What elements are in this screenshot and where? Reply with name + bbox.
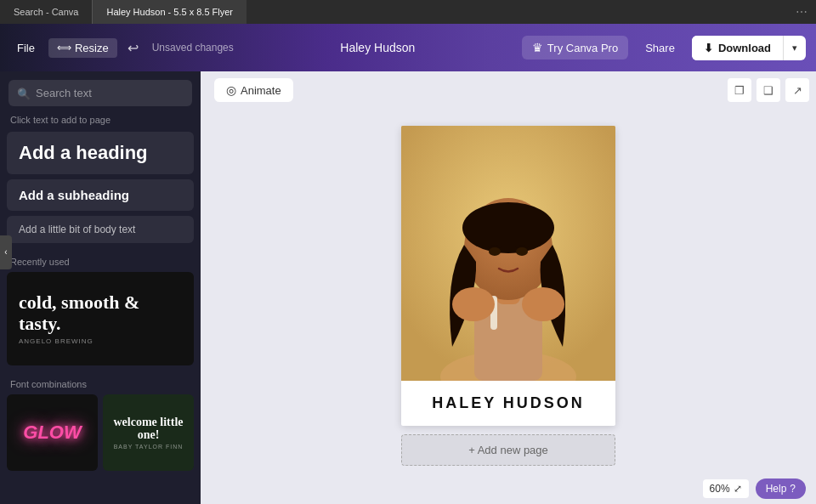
app-header: File ⟺ Resize ↩ Unsaved changes Haley Hu… bbox=[0, 24, 816, 71]
font-combo-welcome[interactable]: welcome little one! BABY TAYLOR FINN bbox=[103, 394, 194, 471]
recently-used-grid: cold, smooth & tasty. ANGELO BREWING bbox=[0, 272, 201, 372]
download-icon: ⬇ bbox=[704, 42, 713, 54]
font-combos-label: Font combinations bbox=[0, 372, 201, 394]
help-icon: ? bbox=[790, 483, 796, 495]
sidebar: 🔍 Click text to add to page Add a headin… bbox=[0, 71, 201, 504]
canvas-tool-duplicate-icon[interactable]: ❑ bbox=[756, 78, 780, 102]
recently-used-item[interactable]: cold, smooth & tasty. ANGELO BREWING bbox=[7, 272, 194, 365]
animate-label: Animate bbox=[241, 84, 281, 97]
bottom-bar: 60% ⤢ Help ? bbox=[201, 473, 816, 504]
canvas-area: ◎ Animate ❐ ❑ ↗ bbox=[201, 71, 816, 504]
download-button-group: ⬇ Download ▾ bbox=[692, 36, 806, 60]
zoom-indicator[interactable]: 60% ⤢ bbox=[703, 479, 749, 498]
share-button[interactable]: Share bbox=[635, 37, 685, 59]
canvas-tool-copy-icon[interactable]: ❐ bbox=[728, 78, 751, 102]
header-right: ♛ Try Canva Pro Share ⬇ Download ▾ bbox=[522, 36, 806, 60]
zoom-level: 60% bbox=[710, 483, 730, 495]
search-box: 🔍 bbox=[8, 80, 192, 106]
add-heading-button[interactable]: Add a heading bbox=[7, 132, 194, 174]
download-label: Download bbox=[718, 42, 771, 54]
welcome-text-small: BABY TAYLOR FINN bbox=[114, 444, 184, 450]
download-button[interactable]: ⬇ Download bbox=[692, 36, 784, 60]
unsaved-changes-label: Unsaved changes bbox=[152, 42, 234, 54]
sidebar-collapse-handle[interactable]: ‹ bbox=[0, 235, 12, 269]
browser-more-icon[interactable]: ⋯ bbox=[796, 5, 816, 19]
recently-used-text: cold, smooth & tasty. bbox=[19, 292, 182, 333]
animate-button[interactable]: ◎ Animate bbox=[214, 78, 293, 102]
glow-text: GLOW bbox=[23, 422, 81, 444]
search-icon: 🔍 bbox=[17, 87, 31, 99]
search-input[interactable] bbox=[8, 80, 192, 106]
click-to-add-hint: Click text to add to page bbox=[0, 113, 201, 132]
add-body-button[interactable]: Add a little bit of body text bbox=[7, 216, 194, 243]
browser-tab-search[interactable]: Search - Canva bbox=[0, 0, 92, 24]
resize-icon: ⟺ bbox=[57, 42, 71, 54]
browser-tab-haley[interactable]: Haley Hudson - 5.5 x 8.5 Flyer bbox=[93, 0, 246, 24]
welcome-text-big: welcome little one! bbox=[103, 416, 194, 442]
document-photo bbox=[401, 126, 615, 381]
resize-button[interactable]: ⟺ Resize bbox=[48, 38, 117, 58]
recently-used-sub: ANGELO BREWING bbox=[19, 337, 94, 345]
person-svg bbox=[401, 126, 615, 381]
header-center: Haley Hudson bbox=[241, 41, 515, 54]
file-button[interactable]: File bbox=[10, 38, 42, 58]
svg-point-5 bbox=[462, 202, 554, 253]
browser-tab-haley-label: Haley Hudson - 5.5 x 8.5 Flyer bbox=[106, 7, 233, 17]
animate-icon: ◎ bbox=[226, 83, 236, 97]
canvas-scroll: HALEY HUDSON + Add new page bbox=[201, 109, 816, 504]
try-pro-button[interactable]: ♛ Try Canva Pro bbox=[522, 36, 628, 59]
undo-button[interactable]: ↩ bbox=[124, 37, 142, 59]
resize-label: Resize bbox=[75, 42, 109, 54]
document-name: HALEY HUDSON bbox=[401, 381, 615, 426]
document-title[interactable]: Haley Hudson bbox=[340, 41, 415, 54]
font-combo-grid: GLOW welcome little one! BABY TAYLOR FIN… bbox=[0, 394, 201, 471]
zoom-expand-icon: ⤢ bbox=[734, 483, 742, 495]
document-card[interactable]: HALEY HUDSON bbox=[401, 126, 615, 426]
header-left: File ⟺ Resize ↩ Unsaved changes bbox=[10, 37, 234, 59]
font-combo-glow[interactable]: GLOW bbox=[7, 394, 98, 471]
help-button[interactable]: Help ? bbox=[756, 479, 806, 499]
add-page-button[interactable]: + Add new page bbox=[401, 434, 615, 466]
download-dropdown-button[interactable]: ▾ bbox=[784, 37, 806, 59]
add-subheading-button[interactable]: Add a subheading bbox=[7, 179, 194, 211]
canvas-tools: ❐ ❑ ↗ bbox=[728, 78, 809, 102]
app-body: 🔍 Click text to add to page Add a headin… bbox=[0, 71, 816, 504]
svg-point-9 bbox=[452, 287, 495, 321]
canvas-toolbar: ◎ Animate bbox=[201, 71, 816, 109]
help-label: Help bbox=[766, 483, 787, 495]
svg-point-7 bbox=[516, 247, 528, 256]
recently-used-label: Recently used bbox=[0, 250, 201, 272]
svg-point-6 bbox=[489, 247, 501, 256]
try-pro-label: Try Canva Pro bbox=[547, 42, 618, 54]
crown-icon: ♛ bbox=[532, 41, 543, 54]
browser-bar: Search - Canva Haley Hudson - 5.5 x 8.5 … bbox=[0, 0, 816, 24]
canvas-tool-share-icon[interactable]: ↗ bbox=[785, 78, 809, 102]
svg-point-10 bbox=[522, 287, 564, 321]
browser-tab-search-label: Search - Canva bbox=[14, 7, 78, 17]
text-add-section: Add a heading Add a subheading Add a lit… bbox=[0, 132, 201, 250]
